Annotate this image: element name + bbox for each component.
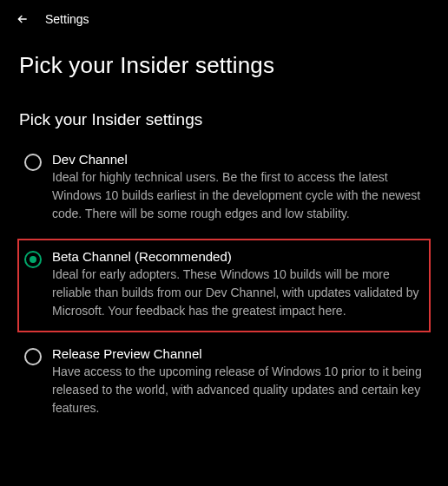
header-title: Settings: [45, 12, 89, 26]
option-description: Ideal for early adopters. These Windows …: [52, 266, 422, 320]
radio-indicator: [24, 251, 42, 268]
radio-option-beta-channel[interactable]: Beta Channel (Recommended) Ideal for ear…: [17, 239, 431, 332]
option-content: Beta Channel (Recommended) Ideal for ear…: [52, 249, 422, 320]
arrow-left-icon: [16, 12, 30, 26]
option-title: Dev Channel: [52, 152, 422, 167]
header-bar: Settings: [0, 0, 448, 35]
back-button[interactable]: [14, 10, 31, 28]
option-content: Dev Channel Ideal for highly technical u…: [52, 152, 422, 223]
option-description: Have access to the upcoming release of W…: [52, 363, 422, 417]
radio-indicator: [24, 154, 42, 171]
radio-options: Dev Channel Ideal for highly technical u…: [0, 143, 448, 428]
radio-indicator: [24, 348, 42, 365]
option-content: Release Preview Channel Have access to t…: [52, 346, 422, 417]
option-title: Release Preview Channel: [52, 346, 422, 361]
page-heading: Pick your Insider settings: [0, 35, 448, 86]
radio-option-dev-channel[interactable]: Dev Channel Ideal for highly technical u…: [19, 143, 429, 233]
option-title: Beta Channel (Recommended): [52, 249, 422, 264]
radio-option-release-preview-channel[interactable]: Release Preview Channel Have access to t…: [19, 338, 429, 428]
option-description: Ideal for highly technical users. Be the…: [52, 168, 422, 223]
section-heading: Pick your Insider settings: [0, 86, 448, 143]
